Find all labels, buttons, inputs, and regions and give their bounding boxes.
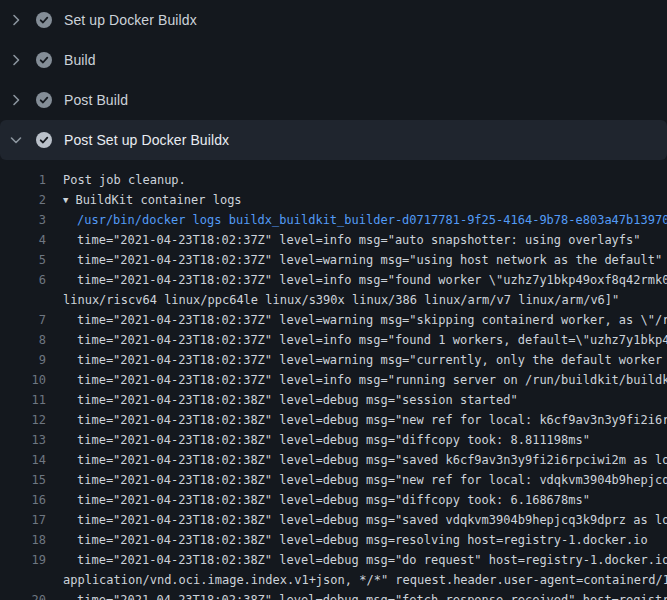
chevron-icon[interactable] (8, 52, 24, 68)
log-line: 19 ▼time="2021-04-23T18:02:38Z" level=de… (0, 550, 667, 570)
log-line-content: time="2021-04-23T18:02:38Z" level=debug … (77, 533, 648, 547)
log-line-content: Post job cleanup. (63, 173, 186, 187)
log-area: 1 ▼Post job cleanup. 2 ▼BuildKit contain… (0, 160, 667, 600)
check-circle-icon (36, 92, 52, 108)
log-line-text: ▼time="2021-04-23T18:02:38Z" level=debug… (46, 470, 667, 490)
step-title: Post Set up Docker Buildx (64, 132, 229, 148)
steps-list: Set up Docker Buildx Build Post Buil (0, 0, 667, 160)
log-line-number[interactable]: 9 (0, 350, 46, 370)
log-line-content: time="2021-04-23T18:02:38Z" level=debug … (77, 493, 590, 507)
log-line-content: time="2021-04-23T18:02:37Z" level=info m… (77, 273, 667, 287)
log-line-content: time="2021-04-23T18:02:38Z" level=debug … (77, 593, 667, 600)
log-line-text: ▼time="2021-04-23T18:02:38Z" level=debug… (46, 410, 667, 430)
log-line-text: ▼time="2021-04-23T18:02:37Z" level=info … (46, 370, 667, 390)
check-circle-icon (36, 12, 52, 28)
log-line: ▼linux/riscv64 linux/ppc64le linux/s390x… (0, 290, 667, 310)
log-line-text: ▼/usr/bin/docker logs buildx_buildkit_bu… (46, 210, 667, 230)
log-line-number[interactable]: 6 (0, 270, 46, 290)
chevron-icon[interactable] (8, 92, 24, 108)
log-line-text: ▼time="2021-04-23T18:02:37Z" level=info … (46, 230, 641, 250)
log-line: 3 ▼/usr/bin/docker logs buildx_buildkit_… (0, 210, 667, 230)
log-line-content: time="2021-04-23T18:02:38Z" level=debug … (77, 473, 667, 487)
log-line-number[interactable]: 20 (0, 590, 46, 600)
log-line-text: ▼time="2021-04-23T18:02:37Z" level=info … (46, 330, 667, 350)
log-line-number[interactable]: 19 (0, 550, 46, 570)
chevron-icon[interactable] (8, 12, 24, 28)
log-line-number[interactable]: 18 (0, 530, 46, 550)
step-section-set-up-docker-buildx[interactable]: Set up Docker Buildx (0, 0, 667, 40)
log-line-text: ▼time="2021-04-23T18:02:38Z" level=debug… (46, 490, 590, 510)
log-line-content: application/vnd.oci.image.index.v1+json,… (63, 573, 667, 587)
log-line-text: ▼time="2021-04-23T18:02:37Z" level=info … (46, 270, 667, 290)
log-line-number[interactable]: 7 (0, 310, 46, 330)
log-line: 10 ▼time="2021-04-23T18:02:37Z" level=in… (0, 370, 667, 390)
step-section-post-build[interactable]: Post Build (0, 80, 667, 120)
check-circle-icon (36, 132, 52, 148)
log-line: 17 ▼time="2021-04-23T18:02:38Z" level=de… (0, 510, 667, 530)
log-line-content: time="2021-04-23T18:02:37Z" level=warnin… (77, 253, 662, 267)
log-line: ▼application/vnd.oci.image.index.v1+json… (0, 570, 667, 590)
log-line-text: ▼time="2021-04-23T18:02:38Z" level=debug… (46, 430, 590, 450)
log-line-content: time="2021-04-23T18:02:38Z" level=debug … (77, 413, 667, 427)
log-line-text: ▼Post job cleanup. (46, 170, 186, 190)
step-title: Post Build (64, 92, 128, 108)
log-line-content: time="2021-04-23T18:02:38Z" level=debug … (77, 433, 590, 447)
log-line-number[interactable] (0, 290, 46, 310)
log-line: 2 ▼BuildKit container logs (0, 190, 667, 210)
log-line-number[interactable]: 14 (0, 450, 46, 470)
log-line: 15 ▼time="2021-04-23T18:02:38Z" level=de… (0, 470, 667, 490)
log-line-number[interactable]: 5 (0, 250, 46, 270)
log-line-content: time="2021-04-23T18:02:38Z" level=debug … (77, 513, 667, 527)
log-line-number[interactable] (0, 570, 46, 590)
log-line-text: ▼time="2021-04-23T18:02:38Z" level=debug… (46, 510, 667, 530)
log-line-content: time="2021-04-23T18:02:37Z" level=info m… (77, 333, 667, 347)
log-line: 12 ▼time="2021-04-23T18:02:38Z" level=de… (0, 410, 667, 430)
log-line-text: ▼time="2021-04-23T18:02:38Z" level=debug… (46, 390, 518, 410)
log-line: 11 ▼time="2021-04-23T18:02:38Z" level=de… (0, 390, 667, 410)
log-line-text: ▼linux/riscv64 linux/ppc64le linux/s390x… (46, 290, 619, 310)
log-line: 16 ▼time="2021-04-23T18:02:38Z" level=de… (0, 490, 667, 510)
log-line-content: time="2021-04-23T18:02:37Z" level=warnin… (77, 353, 667, 367)
step-title: Set up Docker Buildx (64, 12, 197, 28)
step-section-build[interactable]: Build (0, 40, 667, 80)
log-line-content: time="2021-04-23T18:02:38Z" level=debug … (77, 553, 667, 567)
log-line: 1 ▼Post job cleanup. (0, 170, 667, 190)
log-line-number[interactable]: 15 (0, 470, 46, 490)
log-line-content: linux/riscv64 linux/ppc64le linux/s390x … (63, 293, 619, 307)
log-line: 4 ▼time="2021-04-23T18:02:37Z" level=inf… (0, 230, 667, 250)
log-line-text: ▼time="2021-04-23T18:02:38Z" level=debug… (46, 530, 648, 550)
log-line-text: ▼BuildKit container logs (46, 190, 242, 210)
log-line-text: ▼time="2021-04-23T18:02:37Z" level=warni… (46, 350, 667, 370)
log-line-number[interactable]: 2 (0, 190, 46, 210)
log-line: 13 ▼time="2021-04-23T18:02:38Z" level=de… (0, 430, 667, 450)
log-line-text: ▼time="2021-04-23T18:02:38Z" level=debug… (46, 590, 667, 600)
log-line-content: BuildKit container logs (75, 193, 241, 207)
log-line-number[interactable]: 17 (0, 510, 46, 530)
log-line-number[interactable]: 1 (0, 170, 46, 190)
log-line-text: ▼time="2021-04-23T18:02:38Z" level=debug… (46, 450, 667, 470)
log-line-content: time="2021-04-23T18:02:37Z" level=info m… (77, 233, 641, 247)
log-line-content: time="2021-04-23T18:02:38Z" level=debug … (77, 453, 667, 467)
log-line-number[interactable]: 13 (0, 430, 46, 450)
log-line-content: /usr/bin/docker logs buildx_buildkit_bui… (77, 213, 667, 227)
log-line-content: time="2021-04-23T18:02:38Z" level=debug … (77, 393, 518, 407)
log-line: 7 ▼time="2021-04-23T18:02:37Z" level=war… (0, 310, 667, 330)
log-line: 5 ▼time="2021-04-23T18:02:37Z" level=war… (0, 250, 667, 270)
log-line-number[interactable]: 10 (0, 370, 46, 390)
log-line: 20 ▼time="2021-04-23T18:02:38Z" level=de… (0, 590, 667, 600)
chevron-icon[interactable] (8, 132, 24, 148)
log-line-number[interactable]: 16 (0, 490, 46, 510)
step-section-post-set-up-docker-buildx[interactable]: Post Set up Docker Buildx (0, 120, 667, 160)
log-line-number[interactable]: 8 (0, 330, 46, 350)
log-line: 9 ▼time="2021-04-23T18:02:37Z" level=war… (0, 350, 667, 370)
group-collapse-triangle[interactable]: ▼ (63, 195, 68, 205)
log-line-number[interactable]: 11 (0, 390, 46, 410)
log-line-content: time="2021-04-23T18:02:37Z" level=warnin… (77, 313, 667, 327)
log-line: 18 ▼time="2021-04-23T18:02:38Z" level=de… (0, 530, 667, 550)
log-line-number[interactable]: 4 (0, 230, 46, 250)
log-line-number[interactable]: 12 (0, 410, 46, 430)
log-line-number[interactable]: 3 (0, 210, 46, 230)
log-line: 14 ▼time="2021-04-23T18:02:38Z" level=de… (0, 450, 667, 470)
step-title: Build (64, 52, 96, 68)
log-line-text: ▼time="2021-04-23T18:02:37Z" level=warni… (46, 310, 667, 330)
